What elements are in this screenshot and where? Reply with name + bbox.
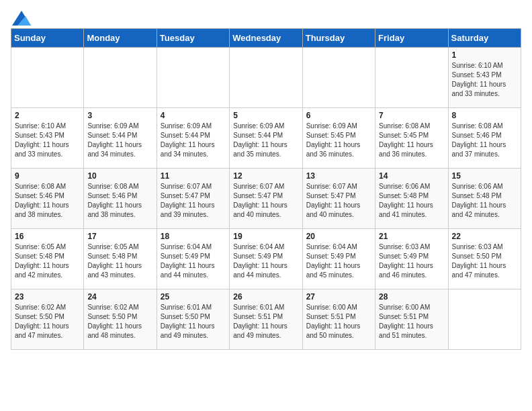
day-number: 9 <box>15 171 80 181</box>
calendar-table: SundayMondayTuesdayWednesdayThursdayFrid… <box>11 28 521 350</box>
day-info: Sunrise: 6:10 AM Sunset: 5:43 PM Dayligh… <box>15 122 80 159</box>
day-info: Sunrise: 6:01 AM Sunset: 5:50 PM Dayligh… <box>161 303 226 340</box>
day-number: 8 <box>452 111 517 120</box>
calendar-cell: 22Sunrise: 6:03 AM Sunset: 5:50 PM Dayli… <box>448 229 521 289</box>
calendar-cell: 21Sunrise: 6:03 AM Sunset: 5:49 PM Dayli… <box>375 229 448 289</box>
day-number: 3 <box>87 111 152 120</box>
day-info: Sunrise: 6:08 AM Sunset: 5:46 PM Dayligh… <box>15 182 80 220</box>
calendar-cell: 1Sunrise: 6:10 AM Sunset: 5:43 PM Daylig… <box>448 48 521 108</box>
day-number: 7 <box>379 111 444 120</box>
day-info: Sunrise: 6:03 AM Sunset: 5:50 PM Dayligh… <box>452 242 517 280</box>
day-info: Sunrise: 6:02 AM Sunset: 5:50 PM Dayligh… <box>87 303 152 340</box>
day-info: Sunrise: 6:09 AM Sunset: 5:44 PM Dayligh… <box>233 122 298 159</box>
calendar-cell: 23Sunrise: 6:02 AM Sunset: 5:50 PM Dayli… <box>11 289 84 350</box>
calendar-cell: 5Sunrise: 6:09 AM Sunset: 5:44 PM Daylig… <box>230 108 302 169</box>
calendar-cell: 2Sunrise: 6:10 AM Sunset: 5:43 PM Daylig… <box>11 108 84 169</box>
day-info: Sunrise: 6:07 AM Sunset: 5:47 PM Dayligh… <box>306 182 371 220</box>
calendar-cell: 19Sunrise: 6:04 AM Sunset: 5:49 PM Dayli… <box>230 229 302 289</box>
day-info: Sunrise: 6:00 AM Sunset: 5:51 PM Dayligh… <box>306 303 371 340</box>
weekday-header-sunday: Sunday <box>11 29 84 48</box>
day-number: 17 <box>87 232 152 241</box>
day-number: 27 <box>306 292 371 302</box>
day-info: Sunrise: 6:07 AM Sunset: 5:47 PM Dayligh… <box>161 182 226 220</box>
day-number: 10 <box>87 171 152 181</box>
calendar-week-4: 16Sunrise: 6:05 AM Sunset: 5:48 PM Dayli… <box>11 229 521 289</box>
day-info: Sunrise: 6:10 AM Sunset: 5:43 PM Dayligh… <box>452 61 517 99</box>
weekday-header-friday: Friday <box>375 29 448 48</box>
day-number: 12 <box>233 171 298 181</box>
day-info: Sunrise: 6:04 AM Sunset: 5:49 PM Dayligh… <box>306 242 371 280</box>
calendar-cell <box>448 289 521 350</box>
day-number: 22 <box>452 232 517 241</box>
weekday-header-wednesday: Wednesday <box>230 29 302 48</box>
day-number: 23 <box>15 292 80 302</box>
day-info: Sunrise: 6:00 AM Sunset: 5:51 PM Dayligh… <box>379 303 444 340</box>
calendar-cell <box>302 48 375 108</box>
day-number: 20 <box>306 232 371 241</box>
calendar-cell: 12Sunrise: 6:07 AM Sunset: 5:47 PM Dayli… <box>230 169 302 229</box>
calendar-cell: 17Sunrise: 6:05 AM Sunset: 5:48 PM Dayli… <box>84 229 157 289</box>
calendar-cell: 6Sunrise: 6:09 AM Sunset: 5:45 PM Daylig… <box>302 108 375 169</box>
calendar-cell: 25Sunrise: 6:01 AM Sunset: 5:50 PM Dayli… <box>157 289 229 350</box>
day-number: 2 <box>15 111 80 120</box>
calendar-cell: 26Sunrise: 6:01 AM Sunset: 5:51 PM Dayli… <box>230 289 302 350</box>
day-number: 14 <box>379 171 444 181</box>
calendar-cell: 11Sunrise: 6:07 AM Sunset: 5:47 PM Dayli… <box>157 169 229 229</box>
day-number: 1 <box>452 50 517 60</box>
weekday-header-monday: Monday <box>84 29 157 48</box>
calendar-week-3: 9Sunrise: 6:08 AM Sunset: 5:46 PM Daylig… <box>11 169 521 229</box>
day-info: Sunrise: 6:05 AM Sunset: 5:48 PM Dayligh… <box>15 242 80 280</box>
day-number: 28 <box>379 292 444 302</box>
calendar-cell <box>230 48 302 108</box>
day-number: 13 <box>306 171 371 181</box>
calendar-cell <box>11 48 84 108</box>
day-number: 26 <box>233 292 298 302</box>
calendar-cell: 18Sunrise: 6:04 AM Sunset: 5:49 PM Dayli… <box>157 229 229 289</box>
day-number: 6 <box>306 111 371 120</box>
weekday-header-tuesday: Tuesday <box>157 29 229 48</box>
calendar-cell: 24Sunrise: 6:02 AM Sunset: 5:50 PM Dayli… <box>84 289 157 350</box>
calendar-cell <box>375 48 448 108</box>
day-info: Sunrise: 6:08 AM Sunset: 5:45 PM Dayligh… <box>379 122 444 159</box>
calendar-cell: 27Sunrise: 6:00 AM Sunset: 5:51 PM Dayli… <box>302 289 375 350</box>
day-number: 25 <box>161 292 226 302</box>
calendar-cell: 28Sunrise: 6:00 AM Sunset: 5:51 PM Dayli… <box>375 289 448 350</box>
calendar-cell: 15Sunrise: 6:06 AM Sunset: 5:48 PM Dayli… <box>448 169 521 229</box>
day-info: Sunrise: 6:03 AM Sunset: 5:49 PM Dayligh… <box>379 242 444 280</box>
day-number: 16 <box>15 232 80 241</box>
calendar-cell: 3Sunrise: 6:09 AM Sunset: 5:44 PM Daylig… <box>84 108 157 169</box>
day-number: 5 <box>233 111 298 120</box>
day-info: Sunrise: 6:09 AM Sunset: 5:44 PM Dayligh… <box>87 122 152 159</box>
calendar-week-2: 2Sunrise: 6:10 AM Sunset: 5:43 PM Daylig… <box>11 108 521 169</box>
calendar-cell: 16Sunrise: 6:05 AM Sunset: 5:48 PM Dayli… <box>11 229 84 289</box>
day-number: 11 <box>161 171 226 181</box>
calendar-cell: 20Sunrise: 6:04 AM Sunset: 5:49 PM Dayli… <box>302 229 375 289</box>
page-header <box>11 11 521 21</box>
day-info: Sunrise: 6:02 AM Sunset: 5:50 PM Dayligh… <box>15 303 80 340</box>
day-number: 18 <box>161 232 226 241</box>
day-info: Sunrise: 6:08 AM Sunset: 5:46 PM Dayligh… <box>87 182 152 220</box>
day-info: Sunrise: 6:01 AM Sunset: 5:51 PM Dayligh… <box>233 303 298 340</box>
day-info: Sunrise: 6:04 AM Sunset: 5:49 PM Dayligh… <box>233 242 298 280</box>
weekday-header-saturday: Saturday <box>448 29 521 48</box>
day-info: Sunrise: 6:06 AM Sunset: 5:48 PM Dayligh… <box>452 182 517 220</box>
day-info: Sunrise: 6:08 AM Sunset: 5:46 PM Dayligh… <box>452 122 517 159</box>
day-number: 24 <box>87 292 152 302</box>
calendar-week-5: 23Sunrise: 6:02 AM Sunset: 5:50 PM Dayli… <box>11 289 521 350</box>
day-info: Sunrise: 6:04 AM Sunset: 5:49 PM Dayligh… <box>161 242 226 280</box>
calendar-cell <box>157 48 229 108</box>
day-info: Sunrise: 6:09 AM Sunset: 5:44 PM Dayligh… <box>161 122 226 159</box>
day-number: 4 <box>161 111 226 120</box>
day-info: Sunrise: 6:07 AM Sunset: 5:47 PM Dayligh… <box>233 182 298 220</box>
day-info: Sunrise: 6:09 AM Sunset: 5:45 PM Dayligh… <box>306 122 371 159</box>
calendar-cell: 8Sunrise: 6:08 AM Sunset: 5:46 PM Daylig… <box>448 108 521 169</box>
calendar-cell <box>84 48 157 108</box>
calendar-cell: 13Sunrise: 6:07 AM Sunset: 5:47 PM Dayli… <box>302 169 375 229</box>
calendar-cell: 4Sunrise: 6:09 AM Sunset: 5:44 PM Daylig… <box>157 108 229 169</box>
day-info: Sunrise: 6:05 AM Sunset: 5:48 PM Dayligh… <box>87 242 152 280</box>
calendar-week-1: 1Sunrise: 6:10 AM Sunset: 5:43 PM Daylig… <box>11 48 521 108</box>
calendar-cell: 9Sunrise: 6:08 AM Sunset: 5:46 PM Daylig… <box>11 169 84 229</box>
weekday-header-thursday: Thursday <box>302 29 375 48</box>
calendar-cell: 10Sunrise: 6:08 AM Sunset: 5:46 PM Dayli… <box>84 169 157 229</box>
day-number: 15 <box>452 171 517 181</box>
